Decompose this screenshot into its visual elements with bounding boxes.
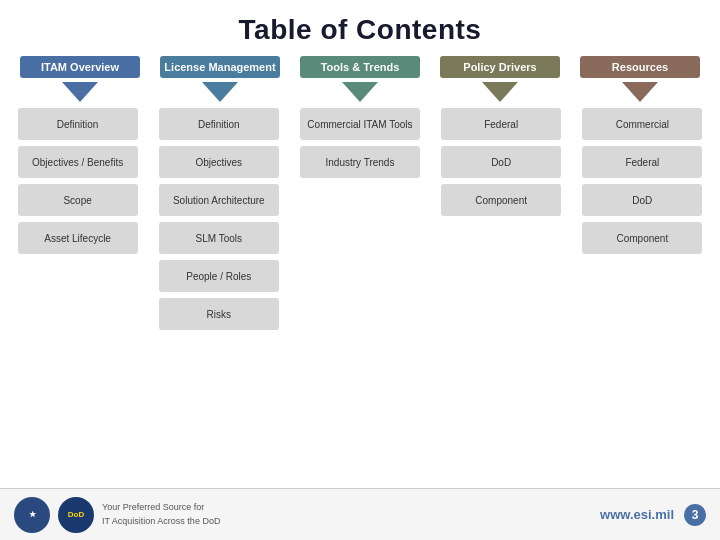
column-license: DefinitionObjectivesSolution Architectur…	[159, 108, 279, 482]
cell-itam-3[interactable]: Asset Lifecycle	[18, 222, 138, 254]
arrows-row	[0, 82, 720, 102]
cell-license-2[interactable]: Solution Architecture	[159, 184, 279, 216]
logo-eagle-text: ★	[29, 510, 36, 519]
cell-tools-1[interactable]: Industry Trends	[300, 146, 420, 178]
footer: ★ DoD Your Preferred Source for IT Acqui…	[0, 488, 720, 540]
footer-tagline-line2: IT Acquisition Across the DoD	[102, 515, 220, 529]
cell-license-0[interactable]: Definition	[159, 108, 279, 140]
cell-resources-0[interactable]: Commercial	[582, 108, 702, 140]
cell-license-1[interactable]: Objectives	[159, 146, 279, 178]
footer-url: www.esi.mil	[600, 507, 674, 522]
arrow-resources	[580, 82, 700, 102]
cell-policy-1[interactable]: DoD	[441, 146, 561, 178]
arrow-itam	[20, 82, 140, 102]
footer-tagline-line1: Your Preferred Source for	[102, 501, 220, 515]
logo-dod-text: DoD	[68, 510, 84, 519]
footer-right: www.esi.mil 3	[600, 504, 706, 526]
col-header-tools: Tools & Trends	[300, 56, 420, 78]
footer-left: ★ DoD Your Preferred Source for IT Acqui…	[14, 497, 220, 533]
cell-itam-1[interactable]: Objectives / Benefits	[18, 146, 138, 178]
cell-license-3[interactable]: SLM Tools	[159, 222, 279, 254]
cell-itam-0[interactable]: Definition	[18, 108, 138, 140]
column-policy: FederalDoDComponent	[441, 108, 561, 482]
title-bar: Table of Contents	[0, 0, 720, 56]
col-header-resources: Resources	[580, 56, 700, 78]
cell-license-5[interactable]: Risks	[159, 298, 279, 330]
cell-policy-0[interactable]: Federal	[441, 108, 561, 140]
col-header-policy: Policy Drivers	[440, 56, 560, 78]
arrow-license	[160, 82, 280, 102]
column-tools: Commercial ITAM ToolsIndustry Trends	[300, 108, 420, 482]
page-number: 3	[684, 504, 706, 526]
columns-header: ITAM OverviewLicense ManagementTools & T…	[0, 56, 720, 78]
footer-tagline: Your Preferred Source for IT Acquisition…	[102, 501, 220, 528]
column-resources: CommercialFederalDoDComponent	[582, 108, 702, 482]
cell-resources-1[interactable]: Federal	[582, 146, 702, 178]
cell-resources-2[interactable]: DoD	[582, 184, 702, 216]
arrow-tools	[300, 82, 420, 102]
logo-eagle: ★	[14, 497, 50, 533]
page-title: Table of Contents	[0, 14, 720, 46]
cell-itam-2[interactable]: Scope	[18, 184, 138, 216]
page: Table of Contents ITAM OverviewLicense M…	[0, 0, 720, 540]
col-header-itam: ITAM Overview	[20, 56, 140, 78]
cell-license-4[interactable]: People / Roles	[159, 260, 279, 292]
content-area: DefinitionObjectives / BenefitsScopeAsse…	[0, 108, 720, 488]
cell-tools-0[interactable]: Commercial ITAM Tools	[300, 108, 420, 140]
arrow-policy	[440, 82, 560, 102]
cell-resources-3[interactable]: Component	[582, 222, 702, 254]
col-header-license: License Management	[160, 56, 280, 78]
column-itam: DefinitionObjectives / BenefitsScopeAsse…	[18, 108, 138, 482]
logo-dod: DoD	[58, 497, 94, 533]
cell-policy-2[interactable]: Component	[441, 184, 561, 216]
